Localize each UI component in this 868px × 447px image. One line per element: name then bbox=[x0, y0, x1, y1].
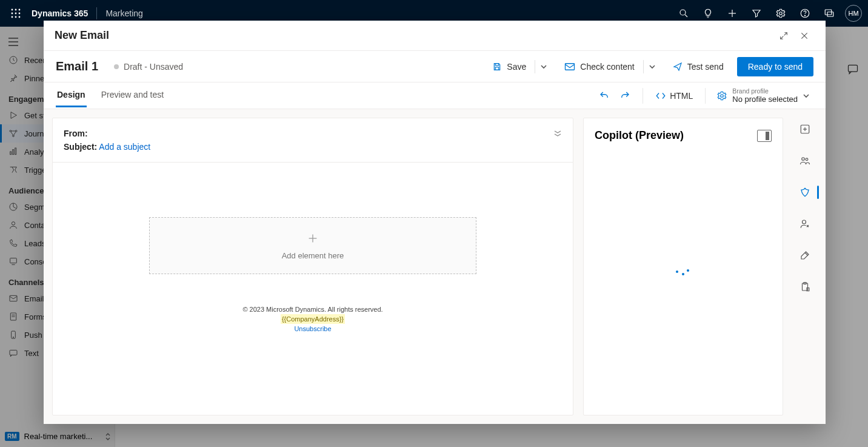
user-avatar[interactable]: HM bbox=[845, 5, 862, 22]
unsubscribe-link[interactable]: Unsubscribe bbox=[294, 325, 331, 332]
email-canvas: From: Subject: Add a subject Add element… bbox=[52, 118, 573, 415]
tab-preview[interactable]: Preview and test bbox=[100, 84, 165, 107]
rail-theme-icon[interactable] bbox=[796, 246, 814, 264]
subject-label: Subject: bbox=[64, 142, 97, 152]
from-label: From: bbox=[64, 129, 88, 138]
modal-title: New Email bbox=[55, 29, 773, 42]
footer-copyright: © 2023 Microsoft Dynamics. All rights re… bbox=[242, 304, 382, 314]
svg-point-7 bbox=[15, 16, 17, 18]
chevron-down-icon bbox=[803, 92, 810, 99]
modal-body: From: Subject: Add a subject Add element… bbox=[44, 109, 826, 424]
collapse-panel-icon[interactable] bbox=[757, 130, 772, 142]
tab-design[interactable]: Design bbox=[56, 84, 87, 107]
editor-toolbar: Email 1 Draft - Unsaved Save Check conte… bbox=[44, 51, 826, 82]
copilot-title: Copilot (Preview) bbox=[595, 129, 684, 142]
svg-rect-43 bbox=[566, 63, 575, 70]
app-name[interactable]: Dynamics 365 bbox=[32, 8, 88, 18]
sub-toolbar: Design Preview and test HTML Brand profi… bbox=[44, 82, 826, 109]
rail-add-icon[interactable] bbox=[796, 120, 814, 138]
svg-point-1 bbox=[15, 9, 17, 11]
svg-line-10 bbox=[685, 15, 687, 17]
brand-label-small: Brand profile bbox=[732, 87, 798, 95]
save-dropdown[interactable] bbox=[538, 61, 550, 73]
svg-point-50 bbox=[802, 158, 805, 161]
module-name[interactable]: Marketing bbox=[105, 8, 142, 18]
status-dot bbox=[114, 64, 119, 69]
app-launcher-icon[interactable] bbox=[6, 4, 25, 23]
svg-point-4 bbox=[15, 13, 17, 15]
svg-point-44 bbox=[721, 94, 724, 97]
new-email-modal: New Email Email 1 Draft - Unsaved Save C… bbox=[44, 21, 826, 424]
redo-icon[interactable] bbox=[615, 86, 635, 106]
email-name[interactable]: Email 1 bbox=[56, 59, 98, 73]
svg-point-2 bbox=[19, 9, 21, 11]
svg-point-52 bbox=[803, 220, 806, 224]
divider bbox=[535, 60, 535, 73]
rail-people-icon[interactable] bbox=[796, 152, 814, 170]
code-icon bbox=[655, 91, 666, 101]
brand-label: No profile selected bbox=[732, 95, 798, 104]
svg-rect-42 bbox=[496, 67, 499, 70]
check-label: Check content bbox=[580, 62, 635, 72]
html-button[interactable]: HTML bbox=[650, 89, 698, 103]
undo-icon[interactable] bbox=[594, 86, 615, 106]
dropzone-label: Add element here bbox=[282, 251, 344, 260]
company-address-token[interactable]: {{CompanyAddress}} bbox=[281, 314, 345, 324]
test-send-button[interactable]: Test send bbox=[667, 58, 730, 75]
divider bbox=[96, 7, 97, 19]
ready-to-send-button[interactable]: Ready to send bbox=[737, 57, 813, 76]
gear-icon bbox=[716, 90, 727, 101]
svg-point-15 bbox=[804, 15, 805, 16]
svg-point-51 bbox=[806, 158, 808, 161]
check-dropdown[interactable] bbox=[646, 61, 658, 73]
svg-point-9 bbox=[680, 10, 686, 15]
rail-clipboard-icon[interactable] bbox=[796, 278, 814, 296]
brand-profile-selector[interactable]: Brand profile No profile selected bbox=[713, 87, 813, 104]
svg-point-5 bbox=[19, 13, 21, 15]
add-subject-link[interactable]: Add a subject bbox=[99, 142, 150, 152]
svg-point-3 bbox=[12, 13, 13, 15]
plus-icon bbox=[306, 232, 319, 245]
svg-rect-41 bbox=[496, 63, 499, 65]
svg-point-6 bbox=[12, 16, 13, 18]
save-icon bbox=[492, 62, 502, 72]
close-icon[interactable] bbox=[794, 25, 815, 46]
expand-icon[interactable] bbox=[773, 25, 794, 46]
html-label: HTML bbox=[670, 91, 693, 101]
email-footer: © 2023 Microsoft Dynamics. All rights re… bbox=[242, 304, 382, 334]
copilot-panel: Copilot (Preview) bbox=[583, 118, 783, 415]
copilot-body bbox=[595, 142, 772, 404]
save-button[interactable]: Save bbox=[486, 58, 532, 75]
loading-spinner-icon bbox=[675, 269, 692, 277]
save-label: Save bbox=[507, 62, 526, 72]
svg-point-13 bbox=[780, 12, 783, 15]
svg-rect-17 bbox=[827, 12, 833, 17]
check-content-button[interactable]: Check content bbox=[558, 58, 641, 75]
email-header-block[interactable]: From: Subject: Add a subject bbox=[53, 118, 573, 163]
right-tool-rail bbox=[793, 118, 817, 415]
svg-point-8 bbox=[19, 16, 21, 18]
canvas-body: Add element here © 2023 Microsoft Dynami… bbox=[53, 163, 573, 415]
status-text: Draft - Unsaved bbox=[124, 62, 183, 72]
rail-personalize-icon[interactable] bbox=[796, 215, 814, 233]
testsend-label: Test send bbox=[687, 62, 724, 72]
rail-copilot-icon[interactable] bbox=[796, 183, 814, 201]
svg-point-0 bbox=[12, 9, 13, 11]
add-element-dropzone[interactable]: Add element here bbox=[149, 217, 476, 274]
expand-header-icon[interactable] bbox=[553, 129, 562, 138]
send-icon bbox=[673, 62, 683, 72]
divider bbox=[643, 60, 644, 73]
modal-header: New Email bbox=[44, 21, 826, 51]
mail-check-icon bbox=[564, 62, 575, 72]
